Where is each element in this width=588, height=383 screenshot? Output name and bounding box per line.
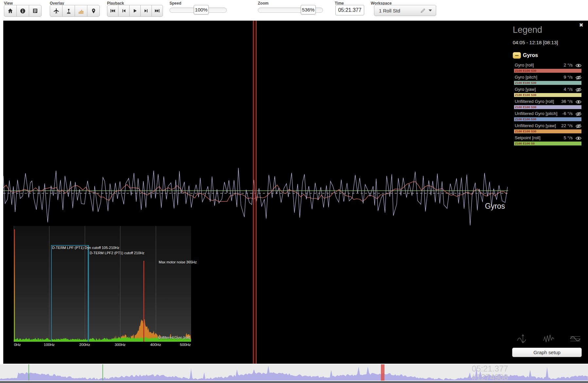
eye-off-icon[interactable] [576, 124, 581, 128]
legend-field-row: Gyro [yaw]4 °/s [514, 87, 581, 92]
prev-frame-button[interactable] [118, 5, 130, 17]
spectrum-frequency-label: 0Hz [14, 343, 21, 347]
graph-tools [516, 334, 581, 344]
skip-to-start-icon [110, 8, 116, 13]
jump-end-button[interactable] [151, 5, 163, 17]
legend-field-value: 9 °/s [564, 75, 573, 80]
speed-group-label: Speed [169, 1, 181, 6]
spectrum-frequency-label: 100Hz [44, 343, 55, 347]
jump-start-button[interactable] [107, 5, 118, 17]
header-dialog-button[interactable] [29, 5, 42, 17]
legend-field-name: Gyro [pitch] [515, 75, 537, 80]
legend-field-colorbar[interactable]: Z100 E100 S30 [514, 129, 581, 133]
eye-icon[interactable] [576, 100, 581, 104]
legend-field-row: Unfiltered Gyro [pitch]-6 °/s [514, 111, 581, 117]
graph-setup-button[interactable]: Graph setup [512, 348, 582, 357]
spectrum-bars-icon [78, 8, 84, 14]
legend-field-list: Gyro [roll]2 °/sZ100 E100 S30Gyro [pitch… [514, 63, 581, 147]
home-icon [8, 8, 13, 13]
spectrum-frequency-axis: 0Hz100Hz200Hz300Hz400Hz500Hz [14, 343, 191, 347]
stick-icon [66, 8, 72, 14]
chevron-down-icon [429, 10, 432, 11]
expand-vertical-icon[interactable] [516, 334, 528, 344]
graph-canvas[interactable]: Gyros 05:21.377 #1274908 D-TERM LPF (PT1… [3, 21, 588, 364]
eye-icon[interactable] [576, 136, 581, 141]
legend-field-value: -6 °/s [562, 111, 573, 116]
legend-field-name: Unfiltered Gyro [yaw] [515, 123, 556, 128]
legend-field-row: Setpoint [roll]5 °/s [514, 135, 581, 141]
legend-field-name: Gyro [roll] [515, 63, 534, 67]
legend-field-colorbar[interactable]: Z100 E100 S30 [514, 105, 581, 109]
legend-field-name: Gyro [yaw] [515, 87, 536, 92]
legend-field-colorbar[interactable]: Z100 E100 S30 [514, 69, 581, 73]
table-icon [32, 8, 38, 13]
legend-field-value: 2 °/s [564, 63, 573, 67]
craft-overlay-button[interactable] [50, 5, 62, 17]
zoom-group-label: Zoom [258, 1, 269, 6]
workspace-dropdown[interactable]: 1 Roll Std [374, 5, 436, 16]
home-button[interactable] [4, 5, 17, 17]
legend-title: Legend [513, 25, 542, 35]
spectrum-annotation-label: D-TERM LPF2 (PT1) cutoff 210Hz [90, 251, 144, 255]
spectrum-plot [14, 226, 191, 342]
log-info-button[interactable] [16, 5, 29, 17]
legend-field-value: 36 °/s [561, 99, 573, 104]
zoom-value: 536% [301, 5, 316, 14]
graph-title: Gyros [485, 202, 505, 211]
play-icon [133, 8, 137, 13]
legend-time-range: 04:05 - 12:18 [08:13] [513, 40, 558, 45]
skip-to-end-icon [154, 8, 160, 13]
legend-field: Unfiltered Gyro [pitch]-6 °/sZ100 E100 S… [514, 111, 581, 121]
spectrum-frequency-label: 200Hz [79, 343, 90, 347]
seek-marker-out [102, 364, 103, 381]
spectrum-frequency-label: 400Hz [150, 343, 161, 347]
legend-group-header: Gyros [513, 52, 538, 59]
eye-off-icon[interactable] [576, 75, 581, 80]
dterm-lpf-range-marker [51, 245, 88, 342]
step-back-icon [121, 8, 126, 13]
legend-field: Unfiltered Gyro [yaw]22 °/sZ100 E100 S30 [514, 123, 581, 133]
legend-field-colorbar[interactable]: Z100 E100 S30 [514, 93, 581, 97]
eye-off-icon[interactable] [576, 87, 581, 92]
lpf-cutoff-marker [88, 245, 89, 342]
current-time: 05:21.377 [472, 364, 508, 373]
legend-field-colorbar[interactable]: Z100 E100 S30 [514, 117, 581, 121]
legend-field-name: Unfiltered Gyro [pitch] [515, 111, 558, 116]
next-frame-button[interactable] [140, 5, 152, 17]
plane-icon [53, 8, 59, 14]
sticks-overlay-button[interactable] [62, 5, 75, 17]
play-button[interactable] [129, 5, 141, 17]
legend-field-value: 5 °/s [564, 135, 573, 140]
legend-field-row: Gyro [roll]2 °/s [514, 63, 581, 68]
smoothing-icon[interactable] [569, 334, 581, 344]
seek-position-marker [381, 364, 384, 381]
legend-field: Gyro [roll]2 °/sZ100 E100 S30 [514, 63, 581, 73]
map-overlay-button[interactable] [87, 5, 100, 17]
spectrum-annotation-label: Max motor noise 365Hz [159, 260, 197, 264]
spectrum-series-label: Unfiltered Gyro [roll] [158, 335, 190, 339]
eye-icon[interactable] [576, 63, 581, 68]
legend-field-colorbar[interactable]: Z100 E100 S30 [514, 81, 581, 85]
close-icon[interactable]: ✖ [579, 22, 583, 28]
workspace-value: 1 Roll Std [379, 8, 420, 13]
legend-field-value: 4 °/s [564, 87, 573, 92]
spectrum-frequency-label: 300Hz [115, 343, 126, 347]
seek-marker-in [28, 364, 29, 381]
legend-field: Gyro [pitch]9 °/sZ100 E100 S30 [514, 75, 581, 85]
spectrum-overlay-button[interactable] [75, 5, 87, 17]
legend-field: Gyro [yaw]4 °/sZ100 E100 S30 [514, 87, 581, 97]
motor-noise-marker [143, 261, 144, 342]
legend-field-value: 22 °/s [561, 123, 573, 128]
raw-trace-icon[interactable] [543, 334, 555, 344]
legend-field-colorbar[interactable]: Z100 E100 S0 [514, 142, 581, 145]
collapse-group-button[interactable] [513, 52, 521, 59]
playback-button-group [107, 5, 163, 17]
legend-panel: ✖ Legend 04:05 - 12:18 [08:13] Gyros Gyr… [509, 21, 588, 364]
playback-cursor [253, 21, 257, 364]
legend-group-name: Gyros [523, 52, 538, 58]
eye-off-icon[interactable] [576, 112, 581, 116]
legend-field-name: Unfiltered Gyro [roll] [515, 99, 554, 104]
time-input[interactable] [335, 5, 364, 15]
legend-field: Unfiltered Gyro [roll]36 °/sZ100 E100 S3… [514, 99, 581, 109]
pencil-icon[interactable] [420, 8, 425, 13]
